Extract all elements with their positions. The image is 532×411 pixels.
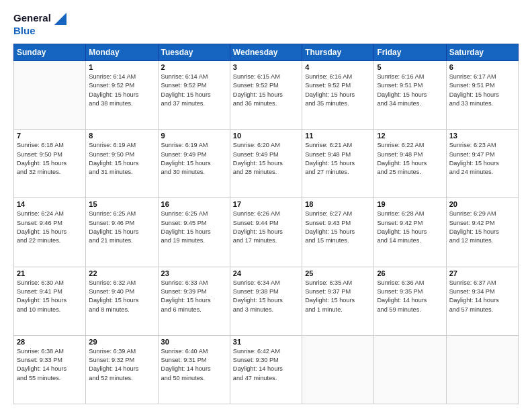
calendar-header-row: SundayMondayTuesdayWednesdayThursdayFrid… [14,44,519,61]
logo-arrow-icon [54,13,66,25]
day-info: Sunrise: 6:16 AM Sunset: 9:51 PM Dayligh… [377,73,443,108]
calendar-cell: 18Sunrise: 6:27 AM Sunset: 9:43 PM Dayli… [302,198,374,267]
calendar-week-row: 7Sunrise: 6:18 AM Sunset: 9:50 PM Daylig… [14,130,519,198]
day-number: 7 [17,132,83,140]
day-info: Sunrise: 6:24 AM Sunset: 9:46 PM Dayligh… [17,210,83,245]
day-number: 4 [305,63,371,71]
day-info: Sunrise: 6:23 AM Sunset: 9:47 PM Dayligh… [449,141,515,177]
calendar-week-row: 21Sunrise: 6:30 AM Sunset: 9:41 PM Dayli… [14,267,519,335]
day-info: Sunrise: 6:22 AM Sunset: 9:48 PM Dayligh… [377,141,443,177]
day-number: 10 [233,132,299,140]
day-number: 30 [161,338,227,346]
day-info: Sunrise: 6:39 AM Sunset: 9:32 PM Dayligh… [89,347,154,383]
day-info: Sunrise: 6:19 AM Sunset: 9:49 PM Dayligh… [161,141,227,177]
day-info: Sunrise: 6:37 AM Sunset: 9:34 PM Dayligh… [449,279,515,314]
calendar-cell: 20Sunrise: 6:29 AM Sunset: 9:42 PM Dayli… [446,198,518,267]
day-info: Sunrise: 6:17 AM Sunset: 9:51 PM Dayligh… [449,73,515,108]
calendar-week-row: 14Sunrise: 6:24 AM Sunset: 9:46 PM Dayli… [14,198,519,267]
day-info: Sunrise: 6:29 AM Sunset: 9:42 PM Dayligh… [449,210,515,245]
day-info: Sunrise: 6:32 AM Sunset: 9:40 PM Dayligh… [89,279,154,314]
calendar-cell: 25Sunrise: 6:35 AM Sunset: 9:37 PM Dayli… [302,267,374,335]
calendar-cell: 24Sunrise: 6:34 AM Sunset: 9:38 PM Dayli… [230,267,302,335]
calendar-cell: 31Sunrise: 6:42 AM Sunset: 9:30 PM Dayli… [230,335,302,404]
calendar-cell [14,61,86,130]
day-number: 31 [233,338,299,346]
day-number: 2 [161,63,227,71]
day-number: 16 [161,200,227,208]
day-number: 5 [377,63,443,71]
day-number: 27 [449,269,515,277]
calendar-cell: 14Sunrise: 6:24 AM Sunset: 9:46 PM Dayli… [14,198,86,267]
day-info: Sunrise: 6:40 AM Sunset: 9:31 PM Dayligh… [161,347,227,383]
day-info: Sunrise: 6:19 AM Sunset: 9:50 PM Dayligh… [89,141,154,177]
day-number: 15 [89,200,154,208]
day-info: Sunrise: 6:25 AM Sunset: 9:46 PM Dayligh… [89,210,154,245]
calendar-cell: 9Sunrise: 6:19 AM Sunset: 9:49 PM Daylig… [158,130,230,198]
col-header-friday: Friday [374,44,446,61]
day-number: 21 [17,269,83,277]
day-number: 17 [233,200,299,208]
calendar-cell: 26Sunrise: 6:36 AM Sunset: 9:35 PM Dayli… [374,267,446,335]
day-number: 1 [89,63,154,71]
calendar-cell: 11Sunrise: 6:21 AM Sunset: 9:48 PM Dayli… [302,130,374,198]
day-info: Sunrise: 6:38 AM Sunset: 9:33 PM Dayligh… [17,347,83,383]
calendar-cell: 28Sunrise: 6:38 AM Sunset: 9:33 PM Dayli… [14,335,86,404]
logo-text: General Blue [13,12,67,37]
calendar-cell: 8Sunrise: 6:19 AM Sunset: 9:50 PM Daylig… [86,130,158,198]
day-number: 13 [449,132,515,140]
day-info: Sunrise: 6:26 AM Sunset: 9:44 PM Dayligh… [233,210,299,245]
day-number: 14 [17,200,83,208]
calendar-cell: 7Sunrise: 6:18 AM Sunset: 9:50 PM Daylig… [14,130,86,198]
calendar-week-row: 28Sunrise: 6:38 AM Sunset: 9:33 PM Dayli… [14,335,519,404]
calendar-cell: 3Sunrise: 6:15 AM Sunset: 9:52 PM Daylig… [230,61,302,130]
calendar-cell: 17Sunrise: 6:26 AM Sunset: 9:44 PM Dayli… [230,198,302,267]
day-number: 23 [161,269,227,277]
calendar-cell: 2Sunrise: 6:14 AM Sunset: 9:52 PM Daylig… [158,61,230,130]
col-header-wednesday: Wednesday [230,44,302,61]
day-number: 20 [449,200,515,208]
day-number: 8 [89,132,154,140]
day-info: Sunrise: 6:36 AM Sunset: 9:35 PM Dayligh… [377,279,443,314]
col-header-thursday: Thursday [302,44,374,61]
calendar-cell: 1Sunrise: 6:14 AM Sunset: 9:52 PM Daylig… [86,61,158,130]
calendar-cell: 16Sunrise: 6:25 AM Sunset: 9:45 PM Dayli… [158,198,230,267]
day-number: 24 [233,269,299,277]
day-info: Sunrise: 6:30 AM Sunset: 9:41 PM Dayligh… [17,279,83,314]
col-header-monday: Monday [86,44,158,61]
calendar-cell: 19Sunrise: 6:28 AM Sunset: 9:42 PM Dayli… [374,198,446,267]
calendar-cell: 29Sunrise: 6:39 AM Sunset: 9:32 PM Dayli… [86,335,158,404]
calendar-cell: 4Sunrise: 6:16 AM Sunset: 9:52 PM Daylig… [302,61,374,130]
day-info: Sunrise: 6:18 AM Sunset: 9:50 PM Dayligh… [17,141,83,177]
day-info: Sunrise: 6:16 AM Sunset: 9:52 PM Dayligh… [305,73,371,108]
day-info: Sunrise: 6:27 AM Sunset: 9:43 PM Dayligh… [305,210,371,245]
col-header-tuesday: Tuesday [158,44,230,61]
day-number: 6 [449,63,515,71]
day-number: 12 [377,132,443,140]
day-info: Sunrise: 6:25 AM Sunset: 9:45 PM Dayligh… [161,210,227,245]
calendar-cell: 15Sunrise: 6:25 AM Sunset: 9:46 PM Dayli… [86,198,158,267]
calendar-cell: 21Sunrise: 6:30 AM Sunset: 9:41 PM Dayli… [14,267,86,335]
calendar-cell: 13Sunrise: 6:23 AM Sunset: 9:47 PM Dayli… [446,130,518,198]
day-number: 29 [89,338,154,346]
day-info: Sunrise: 6:14 AM Sunset: 9:52 PM Dayligh… [89,73,154,108]
day-number: 18 [305,200,371,208]
calendar-cell: 23Sunrise: 6:33 AM Sunset: 9:39 PM Dayli… [158,267,230,335]
calendar-cell [374,335,446,404]
calendar-cell: 6Sunrise: 6:17 AM Sunset: 9:51 PM Daylig… [446,61,518,130]
page: General Blue SundayMondayTuesdayWednesda… [0,0,532,411]
day-info: Sunrise: 6:15 AM Sunset: 9:52 PM Dayligh… [233,73,299,108]
calendar-cell: 5Sunrise: 6:16 AM Sunset: 9:51 PM Daylig… [374,61,446,130]
calendar-week-row: 1Sunrise: 6:14 AM Sunset: 9:52 PM Daylig… [14,61,519,130]
day-info: Sunrise: 6:28 AM Sunset: 9:42 PM Dayligh… [377,210,443,245]
day-number: 26 [377,269,443,277]
calendar-table: SundayMondayTuesdayWednesdayThursdayFrid… [13,44,519,404]
day-number: 9 [161,132,227,140]
logo: General Blue [13,12,67,37]
day-number: 22 [89,269,154,277]
calendar-cell: 12Sunrise: 6:22 AM Sunset: 9:48 PM Dayli… [374,130,446,198]
day-number: 19 [377,200,443,208]
day-info: Sunrise: 6:35 AM Sunset: 9:37 PM Dayligh… [305,279,371,314]
day-info: Sunrise: 6:34 AM Sunset: 9:38 PM Dayligh… [233,279,299,314]
svg-marker-0 [54,13,66,25]
calendar-cell: 30Sunrise: 6:40 AM Sunset: 9:31 PM Dayli… [158,335,230,404]
